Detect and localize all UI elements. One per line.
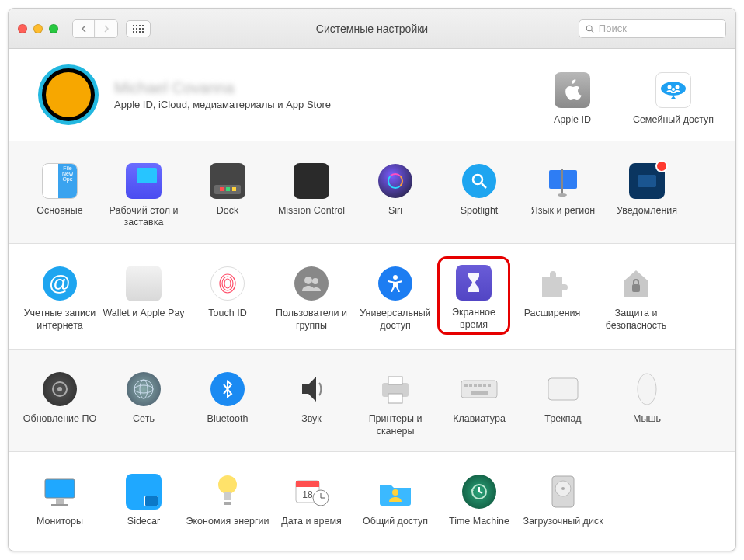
avatar[interactable] xyxy=(38,64,99,125)
notifications-item[interactable]: Уведомления xyxy=(605,154,689,229)
security-item[interactable]: Защита и безопасность xyxy=(594,256,678,335)
svg-rect-41 xyxy=(224,492,231,500)
svg-rect-33 xyxy=(471,391,488,395)
network-item[interactable]: Сеть xyxy=(102,362,186,437)
svg-rect-36 xyxy=(45,479,75,498)
gear-icon xyxy=(40,370,79,409)
search-field[interactable] xyxy=(579,19,726,38)
apple-id-item[interactable]: Apple ID xyxy=(530,63,614,127)
siri-item[interactable]: Siri xyxy=(353,154,437,229)
globe-icon xyxy=(124,370,163,409)
svg-rect-28 xyxy=(469,384,472,387)
close-button[interactable] xyxy=(18,24,27,33)
desktop-icon xyxy=(124,162,163,200)
search-input[interactable] xyxy=(599,23,719,34)
datetime-item[interactable]: 18 Дата и время xyxy=(269,464,353,528)
svg-point-3 xyxy=(668,85,672,89)
svg-rect-44 xyxy=(296,481,319,487)
folder-person-icon xyxy=(376,472,415,511)
svg-rect-26 xyxy=(461,381,497,398)
sound-item[interactable]: Звук xyxy=(269,362,353,437)
svg-point-40 xyxy=(218,475,237,494)
apple-id-label: Apple ID xyxy=(554,114,591,127)
sharing-item[interactable]: Общий доступ xyxy=(353,464,437,528)
forward-button[interactable] xyxy=(96,20,117,37)
svg-point-22 xyxy=(140,380,148,398)
show-all-button[interactable] xyxy=(126,20,151,37)
trackpad-icon xyxy=(544,370,582,409)
svg-rect-34 xyxy=(548,378,578,400)
svg-rect-27 xyxy=(464,384,468,387)
speaker-icon xyxy=(292,370,331,409)
internet-accounts-item[interactable]: @ Учетные записи интернета xyxy=(18,256,102,335)
svg-rect-39 xyxy=(51,504,68,506)
svg-point-49 xyxy=(392,489,398,496)
svg-point-20 xyxy=(134,380,153,398)
language-icon xyxy=(544,162,582,200)
notifications-icon xyxy=(628,162,666,200)
timemachine-item[interactable]: Time Machine xyxy=(437,464,521,528)
svg-line-7 xyxy=(482,183,486,188)
screentime-item[interactable]: Экранное время xyxy=(437,256,510,335)
account-subtitle: Apple ID, iCloud, медиаматериалы и App S… xyxy=(114,99,331,110)
trackpad-item[interactable]: Трекпад xyxy=(521,362,605,437)
sidecar-item[interactable]: Sidecar xyxy=(102,464,186,528)
back-button[interactable] xyxy=(73,20,95,37)
mouse-item[interactable]: Мышь xyxy=(605,362,689,437)
bluetooth-item[interactable]: Bluetooth xyxy=(186,362,269,437)
displays-item[interactable]: Мониторы xyxy=(18,464,102,528)
svg-rect-9 xyxy=(561,169,563,195)
users-icon xyxy=(292,264,331,303)
general-icon: FileNewOpe xyxy=(40,162,79,200)
software-update-item[interactable]: Обновление ПО xyxy=(18,362,102,437)
timemachine-icon xyxy=(460,472,499,511)
svg-rect-17 xyxy=(632,284,640,292)
svg-point-14 xyxy=(304,277,312,284)
pref-row-1: FileNewOpe Основные Рабочий стол и заста… xyxy=(9,141,735,243)
desktop-item[interactable]: Рабочий стол и заставка xyxy=(102,154,186,229)
keyboard-icon xyxy=(460,370,499,409)
energy-item[interactable]: Экономия энергии xyxy=(186,464,269,528)
account-section: Michael Covanna Apple ID, iCloud, медиам… xyxy=(9,49,735,141)
svg-point-10 xyxy=(558,193,567,197)
general-item[interactable]: FileNewOpe Основные xyxy=(18,154,102,229)
accessibility-item[interactable]: Универсальный доступ xyxy=(353,256,437,335)
svg-point-15 xyxy=(312,278,318,284)
house-lock-icon xyxy=(617,264,655,303)
keyboard-item[interactable]: Клавиатура xyxy=(437,362,521,437)
wallet-icon xyxy=(124,264,163,303)
minimize-button[interactable] xyxy=(33,24,43,33)
printer-icon xyxy=(376,370,415,409)
touchid-item[interactable]: Touch ID xyxy=(186,256,269,335)
svg-rect-38 xyxy=(56,499,64,504)
svg-rect-42 xyxy=(224,502,231,505)
spotlight-item[interactable]: Spotlight xyxy=(437,154,521,229)
language-item[interactable]: Язык и регион xyxy=(521,154,605,229)
svg-point-6 xyxy=(473,175,482,184)
users-groups-item[interactable]: Пользователи и группы xyxy=(269,256,353,335)
at-sign-icon: @ xyxy=(40,264,79,303)
zoom-button[interactable] xyxy=(49,24,58,33)
family-sharing-label: Семейный доступ xyxy=(633,114,714,127)
extensions-item[interactable]: Расширения xyxy=(510,256,594,335)
dock-item[interactable]: Dock xyxy=(186,154,269,229)
dock-icon xyxy=(208,162,247,200)
wallet-item[interactable]: Wallet и Apple Pay xyxy=(102,256,186,335)
mission-control-item[interactable]: Mission Control xyxy=(269,154,353,229)
svg-point-53 xyxy=(561,487,565,490)
startup-disk-item[interactable]: Загрузочный диск xyxy=(521,464,605,528)
lightbulb-icon xyxy=(208,472,247,511)
svg-point-13 xyxy=(224,279,231,288)
svg-point-35 xyxy=(638,374,656,405)
printers-item[interactable]: Принтеры и сканеры xyxy=(353,362,437,437)
spotlight-icon xyxy=(460,162,499,200)
apple-logo-icon xyxy=(562,78,582,102)
svg-point-21 xyxy=(134,385,153,393)
svg-point-16 xyxy=(393,275,398,280)
pref-row-3: Обновление ПО Сеть Bluetooth xyxy=(9,349,735,451)
window-controls xyxy=(18,24,58,33)
siri-icon xyxy=(376,162,415,200)
mission-control-icon xyxy=(292,162,331,200)
pref-row-4: Мониторы Sidecar Экономия энергии 18 xyxy=(9,451,735,542)
family-sharing-item[interactable]: Семейный доступ xyxy=(631,63,715,127)
